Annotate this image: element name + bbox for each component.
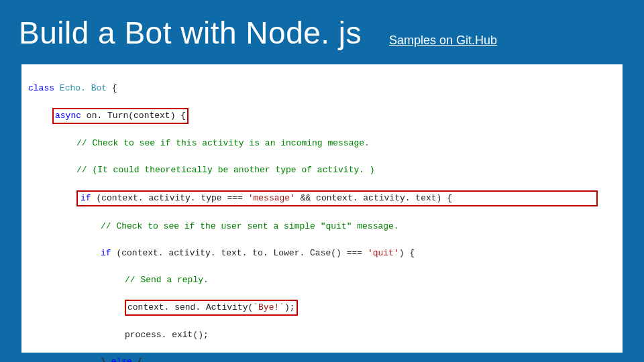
highlight-bye: context. send. Activity(`Bye!`); — [125, 300, 298, 316]
comment: // (It could theoretically be another ty… — [76, 164, 616, 177]
slide-title: Build a Bot with Node. js — [19, 15, 362, 51]
code-panel: class Echo. Bot { async on. Turn(context… — [21, 64, 623, 353]
param-context: context — [133, 111, 170, 121]
class-name: Echo. Bot — [60, 83, 107, 93]
kw-class: class — [28, 83, 54, 93]
highlight-if-message: if (context. activity. type === 'message… — [76, 190, 598, 206]
highlight-onturn: async on. Turn(context) { — [52, 108, 189, 124]
samples-github-link[interactable]: Samples on Git.Hub — [389, 34, 497, 48]
code-line: process. exit(); — [125, 328, 616, 342]
comment: // Send a reply. — [125, 274, 616, 287]
comment: // Check to see if this activity is an i… — [76, 137, 616, 150]
comment: // Check to see if the user sent a simpl… — [101, 220, 616, 233]
